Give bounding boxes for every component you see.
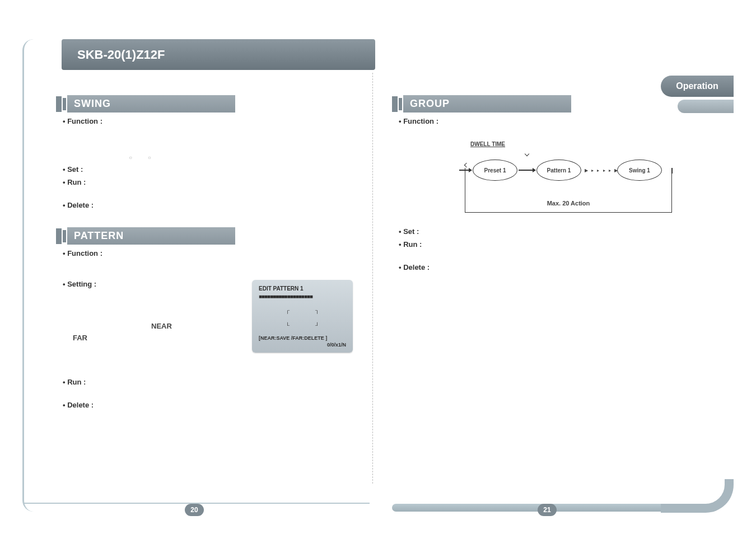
heading-accent	[56, 228, 62, 244]
pattern-function-label: • Function :	[63, 249, 370, 257]
heading-accent-small	[399, 98, 402, 110]
lcd-title: EDIT PATTERN 1	[259, 285, 346, 292]
corner-tl: ┌	[286, 307, 290, 313]
document-title-bar: SKB-20(1)Z12F	[62, 39, 375, 70]
swing-run-label: • Run :	[63, 178, 370, 186]
pattern-delete-label: • Delete :	[63, 401, 370, 409]
page-number-right-text: 21	[543, 506, 550, 514]
group-function-label: • Function :	[399, 117, 683, 125]
lcd-corners-bottom: └ ┘	[286, 322, 319, 329]
left-page: SWING • Function : ○ ○ • Set : • Run : •…	[56, 95, 370, 411]
arrow-icon	[519, 170, 535, 171]
heading-accent	[392, 96, 398, 112]
decorative-dots: ○ ○	[129, 154, 370, 161]
lcd-footer2: 0/0/x1/N	[259, 342, 346, 348]
swing-title: SWING	[67, 95, 235, 113]
heading-accent-small	[63, 98, 66, 110]
max-action-label: Max. 20 Action	[465, 200, 671, 207]
group-diagram: DWELL TIME Preset 1 Pattern 1 ▶ ▸ ▸ ▸ ▸ …	[465, 146, 672, 213]
right-page: GROUP • Function : DWELL TIME Preset 1 P…	[392, 95, 683, 274]
pattern-lcd-inset: EDIT PATTERN 1 ■■■■■■■■■■■■■■■■■■■ ┌ ┐ └…	[252, 280, 353, 353]
tick-icon	[525, 152, 529, 156]
operation-tab: Operation	[661, 76, 734, 97]
pattern-heading: PATTERN	[56, 227, 370, 245]
dwell-time-label: DWELL TIME	[470, 141, 505, 147]
swing-function-label: • Function :	[63, 117, 370, 125]
group-set-label: • Set :	[399, 227, 683, 236]
corner-br: ┘	[315, 322, 319, 329]
diagram-frame: Max. 20 Action	[465, 174, 672, 213]
group-delete-label: • Delete :	[399, 263, 683, 271]
lcd-corners-top: ┌ ┐	[286, 307, 319, 313]
continuation-dots: ▶ ▸ ▸ ▸ ▸ ▶	[585, 168, 619, 173]
page-number-left-text: 20	[190, 506, 198, 514]
operation-tab-label: Operation	[676, 81, 718, 91]
page-frame-left	[22, 39, 34, 512]
sub-tab-blank	[678, 100, 734, 113]
lcd-progress-bar: ■■■■■■■■■■■■■■■■■■■	[259, 293, 346, 299]
pattern-title: PATTERN	[67, 227, 235, 245]
swing-delete-label: • Delete :	[63, 201, 370, 209]
corner-tr: ┐	[315, 307, 319, 313]
document-title: SKB-20(1)Z12F	[77, 48, 165, 62]
swing-set-label: • Set :	[63, 165, 370, 174]
group-title: GROUP	[403, 95, 571, 113]
swing-heading: SWING	[56, 95, 370, 113]
group-run-label: • Run :	[399, 240, 683, 249]
page-divider	[372, 73, 373, 484]
node-preset-label: Preset 1	[484, 167, 506, 174]
node-swing-label: Swing 1	[629, 167, 650, 174]
return-arrow-icon	[464, 163, 469, 167]
node-pattern-label: Pattern 1	[547, 167, 571, 174]
lcd-footer: [NEAR:SAVE /FAR:DELETE ]	[259, 335, 346, 341]
page-number-right: 21	[538, 504, 557, 516]
corner-bl: └	[286, 322, 290, 329]
group-heading: GROUP	[392, 95, 683, 113]
pattern-run-label: • Run :	[63, 378, 370, 386]
page-number-left: 20	[185, 504, 204, 516]
near-label: NEAR	[151, 322, 172, 330]
arrow-icon	[459, 170, 472, 171]
footer-swoosh	[661, 479, 734, 513]
heading-accent	[56, 96, 62, 112]
heading-accent-small	[63, 230, 66, 242]
